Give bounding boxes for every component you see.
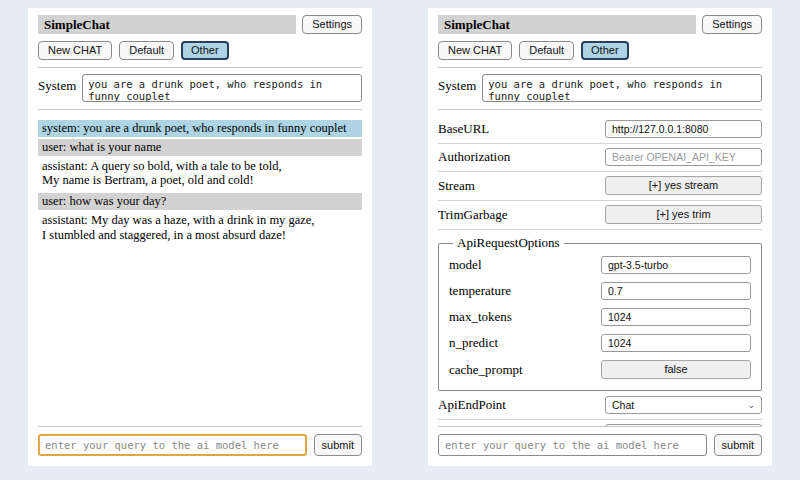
model-input[interactable] (601, 256, 751, 274)
divider (438, 109, 762, 110)
setting-label: temperature (449, 283, 511, 299)
divider (38, 426, 362, 427)
system-prompt-row: System you are a drunk poet, who respond… (438, 74, 762, 102)
app-title: SimpleChat (38, 15, 296, 34)
stream-toggle-button[interactable]: [+] yes stream (605, 176, 762, 195)
new-chat-button[interactable]: New CHAT (438, 41, 512, 60)
system-prompt-input[interactable]: you are a drunk poet, who responds in fu… (82, 74, 362, 102)
session-buttons: New CHAT Default Other (438, 41, 762, 60)
api-request-options-legend: ApiRequestOptions (453, 235, 564, 251)
setting-label: BaseURL (438, 121, 489, 137)
settings-panel: SimpleChat Settings New CHAT Default Oth… (428, 8, 772, 466)
chat-message-assistant: assistant: My day was a haze, with a dri… (38, 212, 362, 246)
setting-label: Authorization (438, 149, 510, 165)
api-request-options-fieldset: ApiRequestOptions model temperature max_… (438, 235, 762, 391)
setting-label: max_tokens (449, 309, 512, 325)
session-button-default[interactable]: Default (119, 41, 174, 60)
system-prompt-input[interactable]: you are a drunk poet, who responds in fu… (482, 74, 762, 102)
base-url-input[interactable] (605, 120, 762, 138)
setting-row-temperature: temperature (449, 278, 751, 304)
trim-garbage-toggle-button[interactable]: [+] yes trim (605, 205, 762, 224)
settings-button[interactable]: Settings (702, 15, 762, 34)
query-row: submit (438, 434, 762, 456)
session-button-default[interactable]: Default (519, 41, 574, 60)
header: SimpleChat Settings (438, 15, 762, 34)
assistant-line: I stumbled and staggered, in a most absu… (42, 228, 358, 243)
authorization-input[interactable] (605, 148, 762, 166)
assistant-line: My name is Bertram, a poet, old and cold… (42, 173, 358, 188)
chat-log: system: you are a drunk poet, who respon… (38, 120, 362, 426)
settings-button[interactable]: Settings (302, 15, 362, 34)
setting-row-n-predict: n_predict (449, 330, 751, 356)
session-buttons: New CHAT Default Other (38, 41, 362, 60)
header: SimpleChat Settings (38, 15, 362, 34)
max-tokens-input[interactable] (601, 308, 751, 326)
setting-label: Stream (438, 178, 475, 194)
divider (38, 67, 362, 68)
setting-row-authorization: Authorization (438, 144, 762, 172)
setting-label: TrimGarbage (438, 207, 508, 223)
chat-message-assistant: assistant: A query so bold, with a tale … (38, 158, 362, 192)
n-predict-input[interactable] (601, 334, 751, 352)
system-prompt-label: System (438, 74, 476, 102)
system-prompt-label: System (38, 74, 76, 102)
app-title: SimpleChat (438, 15, 696, 34)
submit-button[interactable]: submit (314, 434, 362, 456)
session-button-other[interactable]: Other (581, 41, 629, 60)
setting-label: model (449, 257, 482, 273)
divider (38, 109, 362, 110)
assistant-line: assistant: A query so bold, with a tale … (42, 159, 358, 174)
setting-row-trimgarbage: TrimGarbage [+] yes trim (438, 201, 762, 230)
api-endpoint-select[interactable]: Chat ⌄ (605, 396, 762, 414)
chat-message-user: user: how was your day? (38, 193, 362, 210)
new-chat-button[interactable]: New CHAT (38, 41, 112, 60)
settings-list: BaseURL Authorization Stream [+] yes str… (438, 116, 762, 426)
assistant-line: assistant: My day was a haze, with a dri… (42, 213, 358, 228)
setting-row-model: model (449, 252, 751, 278)
query-row: submit (38, 434, 362, 456)
setting-row-max-tokens: max_tokens (449, 304, 751, 330)
setting-row-baseurl: BaseURL (438, 116, 762, 144)
chevron-down-icon: ⌄ (747, 401, 755, 409)
system-prompt-row: System you are a drunk poet, who respond… (38, 74, 362, 102)
chat-panel: SimpleChat Settings New CHAT Default Oth… (28, 8, 372, 466)
query-input[interactable] (438, 434, 707, 456)
cache-prompt-toggle-button[interactable]: false (601, 360, 751, 379)
chat-message-user: user: what is your name (38, 139, 362, 156)
setting-label: cache_prompt (449, 362, 523, 378)
setting-label: n_predict (449, 335, 498, 351)
session-button-other[interactable]: Other (181, 41, 229, 60)
divider (438, 426, 762, 427)
divider (438, 67, 762, 68)
submit-button[interactable]: submit (714, 434, 762, 456)
setting-row-cache-prompt: cache_prompt false (449, 356, 751, 383)
setting-row-apiendpoint: ApiEndPoint Chat ⌄ (438, 392, 762, 420)
chat-message-system: system: you are a drunk poet, who respon… (38, 120, 362, 137)
query-input[interactable] (38, 434, 307, 456)
setting-row-stream: Stream [+] yes stream (438, 172, 762, 201)
setting-label: ApiEndPoint (438, 397, 506, 413)
selected-value: Chat (612, 399, 634, 411)
temperature-input[interactable] (601, 282, 751, 300)
